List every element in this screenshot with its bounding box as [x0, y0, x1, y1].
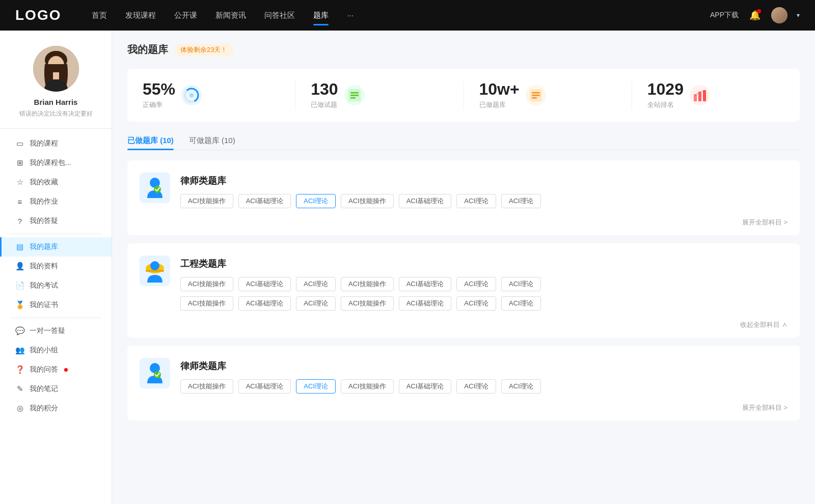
qbank-card-3-header: 律师类题库 ACI技能操作 ACI基础理论 ACI理论 ACI技能操作 ACI基…	[140, 358, 787, 394]
nav-news[interactable]: 新闻资讯	[215, 9, 246, 22]
sidebar-item-materials[interactable]: 👤 我的资料	[0, 257, 112, 276]
tag-3-4[interactable]: ACI基础理论	[399, 379, 452, 394]
stat-banks-value: 10w+	[479, 81, 520, 97]
notification-bell[interactable]: 🔔	[748, 8, 762, 22]
sidebar-item-qbank[interactable]: ▤ 我的题库	[0, 237, 112, 257]
sidebar-item-questions[interactable]: ❓ 我的问答	[0, 360, 112, 379]
user-avatar[interactable]	[771, 7, 787, 23]
qbank-card-2-tags-row1: ACI技能操作 ACI基础理论 ACI理论 ACI技能操作 ACI基础理论 AC…	[180, 277, 787, 291]
tag-2-3[interactable]: ACI技能操作	[341, 277, 394, 291]
qbank-card-engineer: 工程类题库 ACI技能操作 ACI基础理论 ACI理论 ACI技能操作 ACI基…	[127, 243, 800, 338]
nav-courses[interactable]: 发现课程	[125, 9, 156, 22]
list-orange-icon	[529, 88, 543, 102]
tag-1-3[interactable]: ACI技能操作	[341, 194, 394, 208]
lawyer-svg-icon	[142, 175, 168, 201]
tag-2-r2-2[interactable]: ACI理论	[296, 296, 336, 311]
tag-3-5[interactable]: ACI理论	[456, 379, 496, 394]
tag-1-2[interactable]: ACI理论	[296, 194, 336, 208]
tag-2-r2-1[interactable]: ACI基础理论	[238, 296, 291, 311]
sidebar-item-homework[interactable]: ≡ 我的作业	[0, 192, 112, 211]
sidebar-profile: Brian Harris 错误的决定比没有决定要好	[0, 46, 112, 129]
qbank-card-2-header: 工程类题库 ACI技能操作 ACI基础理论 ACI理论 ACI技能操作 ACI基…	[140, 256, 787, 311]
expand-btn-3[interactable]: 展开全部科目 >	[742, 404, 787, 411]
sidebar-menu: ▭ 我的课程 ⊞ 我的课程包... ☆ 我的收藏 ≡ 我的作业 ? 我的答疑 ▤	[0, 134, 112, 418]
sidebar-username: Brian Harris	[34, 98, 78, 106]
sidebar-item-points[interactable]: ◎ 我的积分	[0, 399, 112, 418]
tab-done[interactable]: 已做题库 (10)	[127, 132, 174, 150]
expand-btn-1[interactable]: 展开全部科目 >	[742, 218, 787, 226]
tag-2-0[interactable]: ACI技能操作	[180, 277, 233, 291]
qbank-icon-engineer	[140, 256, 170, 286]
sidebar-item-exams[interactable]: 📄 我的考试	[0, 276, 112, 295]
tag-2-r2-5[interactable]: ACI理论	[456, 296, 496, 311]
nav-home[interactable]: 首页	[92, 9, 107, 22]
nav-qa[interactable]: 问答社区	[264, 9, 295, 22]
tag-2-6[interactable]: ACI理论	[501, 277, 541, 291]
avatar-svg	[33, 46, 79, 92]
nav-menu: 首页 发现课程 公开课 新闻资讯 问答社区 题库 ···	[92, 9, 710, 22]
expand-btn-2[interactable]: 收起全部科目 ∧	[740, 321, 787, 328]
svg-rect-3	[53, 72, 59, 79]
points-icon: ◎	[15, 404, 24, 413]
sidebar-item-certificates[interactable]: 🏅 我的证书	[0, 295, 112, 315]
tabs: 已做题库 (10) 可做题库 (10)	[127, 132, 800, 150]
stat-banks-icon	[526, 85, 546, 105]
stats-row: 55% 正确率 130 已做试题	[127, 69, 800, 122]
tag-3-6[interactable]: ACI理论	[501, 379, 541, 394]
tag-2-r2-6[interactable]: ACI理论	[501, 296, 541, 311]
sidebar-item-1on1[interactable]: 💬 一对一答疑	[0, 321, 112, 341]
qbank-card-lawyer-1: 律师类题库 ACI技能操作 ACI基础理论 ACI理论 ACI技能操作 ACI基…	[127, 160, 800, 235]
tag-3-0[interactable]: ACI技能操作	[180, 379, 233, 394]
sidebar-item-groups[interactable]: 👥 我的小组	[0, 341, 112, 360]
nav-open-courses[interactable]: 公开课	[174, 9, 197, 22]
sidebar-divider-1	[10, 234, 101, 234]
tag-1-6[interactable]: ACI理论	[501, 194, 541, 208]
qbank-card-2-tags-row2: ACI技能操作 ACI基础理论 ACI理论 ACI技能操作 ACI基础理论 AC…	[180, 296, 787, 311]
navbar: LOGO 首页 发现课程 公开课 新闻资讯 问答社区 题库 ··· APP下载 …	[0, 0, 815, 31]
qbank-card-3-tags: ACI技能操作 ACI基础理论 ACI理论 ACI技能操作 ACI基础理论 AC…	[180, 379, 787, 394]
tag-3-1[interactable]: ACI基础理论	[238, 379, 291, 394]
tag-1-5[interactable]: ACI理论	[456, 194, 496, 208]
tag-2-1[interactable]: ACI基础理论	[238, 277, 291, 291]
logo: LOGO	[15, 7, 61, 23]
svg-rect-10	[350, 97, 356, 99]
stat-exercises-value: 130	[311, 81, 338, 97]
user-dropdown-arrow[interactable]: ▾	[797, 12, 800, 19]
tag-2-r2-0[interactable]: ACI技能操作	[180, 296, 233, 311]
list-green-icon	[347, 88, 362, 102]
stat-accuracy-label: 正确率	[143, 100, 175, 109]
svg-rect-9	[350, 95, 359, 96]
tag-2-r2-4[interactable]: ACI基础理论	[399, 296, 452, 311]
stat-banks-text: 10w+ 已做题库	[479, 81, 520, 109]
materials-icon: 👤	[15, 262, 24, 271]
qbank-card-2-content: 工程类题库 ACI技能操作 ACI基础理论 ACI理论 ACI技能操作 ACI基…	[180, 256, 787, 311]
tag-1-0[interactable]: ACI技能操作	[180, 194, 233, 208]
sidebar-item-qa[interactable]: ? 我的答疑	[0, 211, 112, 231]
stat-banks-label: 已做题库	[479, 100, 520, 109]
tag-3-3[interactable]: ACI技能操作	[341, 379, 394, 394]
nav-qbank[interactable]: 题库	[313, 9, 329, 22]
tag-2-r2-3[interactable]: ACI技能操作	[341, 296, 394, 311]
app-download-btn[interactable]: APP下载	[710, 11, 739, 20]
qbank-card-1-title: 律师类题库	[180, 175, 787, 187]
sidebar-item-favorites[interactable]: ☆ 我的收藏	[0, 173, 112, 192]
nav-more[interactable]: ···	[347, 9, 354, 22]
tag-3-2[interactable]: ACI理论	[296, 379, 336, 394]
stat-ranking-icon	[690, 85, 710, 105]
qbank-card-1-content: 律师类题库 ACI技能操作 ACI基础理论 ACI理论 ACI技能操作 ACI基…	[180, 173, 787, 208]
tab-available[interactable]: 可做题库 (10)	[189, 132, 235, 150]
course-packages-icon: ⊞	[15, 158, 24, 167]
lawyer-svg-icon-2	[142, 360, 168, 386]
tag-2-4[interactable]: ACI基础理论	[399, 277, 452, 291]
stat-banks-done: 10w+ 已做题库	[464, 81, 632, 109]
tag-2-5[interactable]: ACI理论	[456, 277, 496, 291]
questions-dot	[64, 368, 68, 372]
tag-1-1[interactable]: ACI基础理论	[238, 194, 291, 208]
sidebar-item-my-courses[interactable]: ▭ 我的课程	[0, 134, 112, 153]
sidebar-item-course-packages[interactable]: ⊞ 我的课程包...	[0, 153, 112, 173]
sidebar-item-notes[interactable]: ✎ 我的笔记	[0, 379, 112, 399]
tag-1-4[interactable]: ACI基础理论	[399, 194, 452, 208]
stat-ranking: 1029 全站排名	[632, 81, 800, 109]
tag-2-2[interactable]: ACI理论	[296, 277, 336, 291]
course-packages-label: 我的课程包...	[30, 158, 71, 167]
